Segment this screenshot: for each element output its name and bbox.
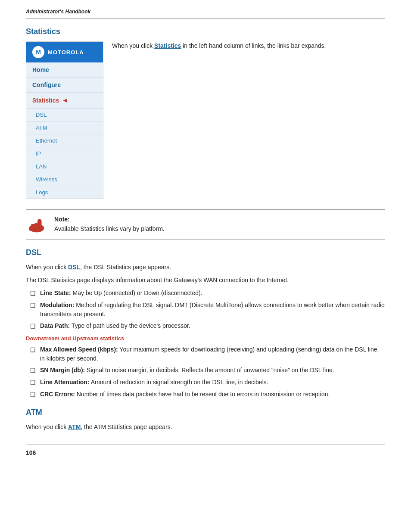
dsl-intro1-pre: When you click: [26, 264, 68, 271]
desc-pre: When you click: [112, 42, 154, 49]
note-box: Note: Available Statistics links vary by…: [26, 209, 385, 240]
bullet-lineatten-text: Line Attenuation: Amount of reduction in…: [40, 378, 268, 387]
dsl-bullets: Line State: May be Up (connected) or Dow…: [30, 289, 385, 331]
atm-intro: When you click ATM, the ATM Statistics p…: [26, 422, 385, 432]
dsl-intro1-post: , the DSL Statistics page appears.: [80, 264, 171, 271]
nav-panel: M MOTOROLA Home Configure Statistics ◄ D…: [26, 41, 103, 199]
bullet-datapath-text: Data Path: Type of path used by the devi…: [40, 321, 190, 330]
motorola-logo-icon: M: [32, 46, 44, 58]
stats-content: M MOTOROLA Home Configure Statistics ◄ D…: [26, 41, 385, 199]
dsl-bullet-modulation: Modulation: Method of regulating the DSL…: [30, 301, 385, 319]
dsl-intro2: The DSL Statistics page displays informa…: [26, 275, 385, 285]
atm-link[interactable]: ATM: [68, 423, 81, 430]
header-title: Administrator's Handbook: [26, 9, 385, 15]
downstream-bullets: Max Allowed Speed (kbps): Your maximum s…: [30, 345, 385, 399]
nav-item-logs[interactable]: Logs: [26, 186, 103, 199]
dsl-section: DSL When you click DSL, the DSL Statisti…: [26, 248, 385, 399]
note-label: Note:: [54, 216, 385, 223]
atm-heading: ATM: [26, 408, 385, 417]
downstream-bullet-snmargin: SN Margin (db): Signal to noise margin, …: [30, 366, 385, 375]
bullet-modulation-text: Modulation: Method of regulating the DSL…: [40, 301, 385, 319]
top-divider: [26, 18, 385, 19]
nav-arrow-icon: ◄: [62, 96, 68, 104]
bullet-snmargin-text: SN Margin (db): Signal to noise margin, …: [40, 366, 334, 375]
note-content: Note: Available Statistics links vary by…: [54, 216, 385, 232]
svg-text:M: M: [36, 49, 41, 56]
atm-section: ATM When you click ATM, the ATM Statisti…: [26, 408, 385, 432]
svg-point-6: [29, 227, 34, 231]
nav-items-list: Home Configure Statistics ◄ DSL ATM Ethe…: [26, 62, 103, 199]
atm-intro-post: , the ATM Statistics page appears.: [81, 423, 172, 430]
nav-item-lan[interactable]: LAN: [26, 160, 103, 173]
dsl-link[interactable]: DSL: [68, 264, 80, 271]
nav-item-statistics[interactable]: Statistics ◄: [26, 93, 103, 109]
nav-item-ethernet[interactable]: Ethernet: [26, 134, 103, 147]
finger-pointing-icon: [26, 215, 47, 233]
downstream-heading: Downstream and Upstream statistics: [26, 335, 385, 342]
nav-header: M MOTOROLA: [26, 42, 103, 62]
page-number: 106: [26, 449, 385, 456]
bullet-crcerrors-text: CRC Errors: Number of times data packets…: [40, 390, 330, 399]
bullet-maxspeed-text: Max Allowed Speed (kbps): Your maximum s…: [40, 345, 385, 363]
downstream-bullet-crcerrors: CRC Errors: Number of times data packets…: [30, 390, 385, 399]
nav-item-atm[interactable]: ATM: [26, 121, 103, 134]
statistics-section: Statistics M MOTOROLA Home Configure: [26, 27, 385, 199]
desc-post: in the left hand column of links, the li…: [181, 42, 326, 49]
footer-divider: [26, 445, 385, 445]
note-text: Available Statistics links vary by platf…: [54, 225, 385, 232]
note-icon-area: [26, 216, 47, 233]
statistics-description: When you click Statistics in the left ha…: [112, 41, 326, 50]
atm-intro-pre: When you click: [26, 423, 68, 430]
nav-item-home[interactable]: Home: [26, 62, 103, 78]
dsl-heading: DSL: [26, 248, 385, 257]
dsl-bullet-linestate: Line State: May be Up (connected) or Dow…: [30, 289, 385, 298]
nav-item-configure[interactable]: Configure: [26, 78, 103, 93]
downstream-bullet-maxspeed: Max Allowed Speed (kbps): Your maximum s…: [30, 345, 385, 363]
bullet-linestate-text: Line State: May be Up (connected) or Dow…: [40, 289, 202, 298]
downstream-bullet-lineatten: Line Attenuation: Amount of reduction in…: [30, 378, 385, 387]
nav-item-dsl[interactable]: DSL: [26, 109, 103, 121]
dsl-bullet-datapath: Data Path: Type of path used by the devi…: [30, 321, 385, 331]
statistics-link[interactable]: Statistics: [154, 42, 181, 49]
dsl-intro1: When you click DSL, the DSL Statistics p…: [26, 262, 385, 272]
nav-statistics-label: Statistics: [32, 97, 59, 104]
nav-item-wireless[interactable]: Wireless: [26, 173, 103, 186]
motorola-brand-text: MOTOROLA: [48, 49, 84, 56]
nav-item-ip[interactable]: IP: [26, 147, 103, 160]
statistics-heading: Statistics: [26, 27, 385, 36]
